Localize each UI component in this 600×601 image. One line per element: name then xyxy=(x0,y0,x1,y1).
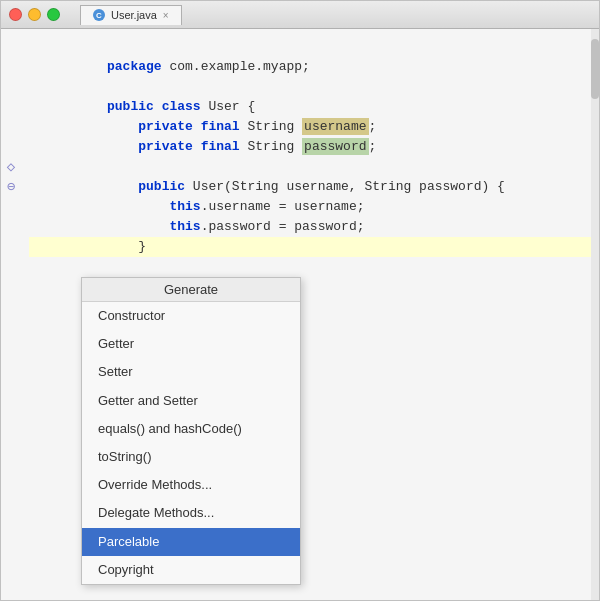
scrollbar-thumb[interactable] xyxy=(591,39,599,99)
code-line-12: } xyxy=(29,257,599,277)
gutter: ◇ ⊖ xyxy=(1,29,21,600)
maximize-button[interactable] xyxy=(47,8,60,21)
main-window: C User.java × ◇ ⊖ xyxy=(0,0,600,601)
code-line-1: package com.example.myapp; xyxy=(29,37,599,57)
menu-item-delegate-methods[interactable]: Delegate Methods... xyxy=(82,499,300,527)
tab-close-icon[interactable]: × xyxy=(163,10,169,21)
gutter-fold-icon[interactable]: ⊖ xyxy=(7,177,15,197)
tab-user-java[interactable]: C User.java × xyxy=(80,5,182,25)
close-button[interactable] xyxy=(9,8,22,21)
editor-area[interactable]: ◇ ⊖ package com.example.myapp; public cl… xyxy=(1,29,599,600)
menu-item-copyright[interactable]: Copyright xyxy=(82,556,300,584)
menu-item-tostring[interactable]: toString() xyxy=(82,443,300,471)
code-line-7: public User(String username, String pass… xyxy=(29,157,599,177)
code-line-3: public class User { xyxy=(29,77,599,97)
window-controls xyxy=(9,8,60,21)
menu-item-setter[interactable]: Setter xyxy=(82,358,300,386)
tab-bar: C User.java × xyxy=(80,1,591,29)
menu-item-constructor[interactable]: Constructor xyxy=(82,302,300,330)
context-menu: Generate Constructor Getter Setter Gette… xyxy=(81,277,301,585)
menu-item-parcelable[interactable]: Parcelable xyxy=(82,528,300,556)
menu-header: Generate xyxy=(82,278,300,302)
tab-label: User.java xyxy=(111,9,157,21)
title-bar: C User.java × xyxy=(1,1,599,29)
minimize-button[interactable] xyxy=(28,8,41,21)
scrollbar-vertical[interactable] xyxy=(591,29,599,600)
menu-item-override-methods[interactable]: Override Methods... xyxy=(82,471,300,499)
menu-item-getter[interactable]: Getter xyxy=(82,330,300,358)
java-file-icon: C xyxy=(93,9,105,21)
gutter-constructor-icon[interactable]: ◇ xyxy=(7,157,15,177)
menu-item-getter-setter[interactable]: Getter and Setter xyxy=(82,387,300,415)
menu-item-equals-hashcode[interactable]: equals() and hashCode() xyxy=(82,415,300,443)
